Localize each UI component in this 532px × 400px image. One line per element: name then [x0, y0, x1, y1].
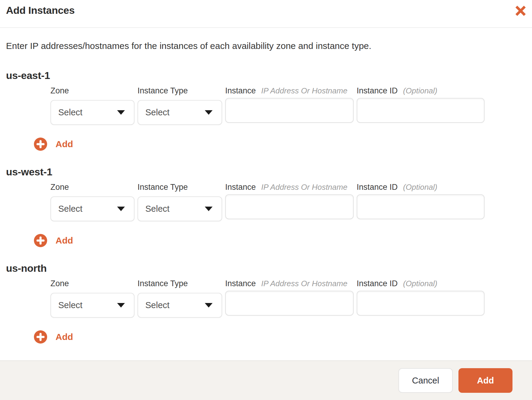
- instance-type-select-value: Select: [145, 108, 170, 117]
- plus-circle-icon: [34, 138, 47, 151]
- zone-select[interactable]: Select: [50, 196, 135, 221]
- add-instance-row-button[interactable]: Add: [34, 330, 73, 344]
- caret-down-icon: [205, 303, 213, 308]
- zone-field: Zone Select: [50, 86, 135, 125]
- zone-field: Zone Select: [50, 279, 135, 318]
- dialog-description: Enter IP addresses/hostnames for the ins…: [6, 41, 526, 51]
- caret-down-icon: [117, 207, 125, 211]
- instance-id-input[interactable]: [357, 98, 485, 123]
- zone-label: Zone: [50, 183, 69, 192]
- instance-id-label: Instance ID: [357, 183, 398, 192]
- instance-type-select-value: Select: [145, 300, 170, 310]
- add-button[interactable]: Add: [458, 368, 512, 393]
- instance-id-hint: (Optional): [403, 183, 437, 192]
- instance-field: Instance IP Address Or Hostname: [225, 86, 354, 123]
- caret-down-icon: [117, 303, 125, 308]
- section-heading: us-north: [6, 262, 526, 274]
- add-instances-dialog: Add Instances Enter IP addresses/hostnam…: [0, 0, 532, 400]
- zone-select-value: Select: [58, 204, 83, 214]
- instance-fields-row: Zone Select Instance Type Select Inst: [50, 86, 526, 125]
- instance-type-label: Instance Type: [138, 86, 188, 95]
- instance-id-hint: (Optional): [403, 279, 437, 288]
- dialog-footer: Cancel Add: [0, 360, 532, 400]
- instance-id-hint: (Optional): [403, 86, 437, 95]
- instance-hint: IP Address Or Hostname: [261, 183, 347, 192]
- caret-down-icon: [205, 207, 213, 211]
- add-instance-row-button[interactable]: Add: [34, 234, 73, 247]
- instance-id-label: Instance ID: [357, 279, 398, 288]
- zone-select-value: Select: [58, 300, 83, 310]
- zone-field: Zone Select: [50, 183, 135, 221]
- instance-type-select[interactable]: Select: [138, 196, 222, 221]
- add-row-label: Add: [56, 235, 73, 246]
- zone-section-us-east-1: us-east-1 Zone Select Instance Type Sele…: [6, 69, 526, 151]
- instance-type-select[interactable]: Select: [138, 293, 222, 318]
- zone-label: Zone: [50, 279, 69, 288]
- dialog-body: Enter IP addresses/hostnames for the ins…: [0, 28, 532, 360]
- zone-section-us-north: us-north Zone Select Instance Type Selec…: [6, 262, 526, 344]
- instance-type-label: Instance Type: [138, 279, 188, 288]
- instance-hint: IP Address Or Hostname: [261, 279, 347, 288]
- section-heading: us-west-1: [6, 166, 526, 178]
- instance-type-select[interactable]: Select: [138, 100, 222, 125]
- dialog-title: Add Instances: [6, 4, 526, 16]
- instance-type-field: Instance Type Select: [138, 86, 222, 125]
- instance-id-input[interactable]: [357, 194, 485, 219]
- zone-select[interactable]: Select: [50, 100, 135, 125]
- instance-label: Instance: [225, 86, 256, 95]
- instance-type-select-value: Select: [145, 204, 170, 214]
- section-heading: us-east-1: [6, 69, 526, 81]
- instance-field: Instance IP Address Or Hostname: [225, 279, 354, 316]
- caret-down-icon: [205, 110, 213, 115]
- instance-input[interactable]: [225, 194, 354, 219]
- instance-fields-row: Zone Select Instance Type Select Inst: [50, 183, 526, 221]
- instance-id-field: Instance ID (Optional): [357, 183, 485, 219]
- instance-type-field: Instance Type Select: [138, 183, 222, 221]
- add-instance-row-button[interactable]: Add: [34, 138, 73, 151]
- instance-type-field: Instance Type Select: [138, 279, 222, 318]
- caret-down-icon: [117, 110, 125, 115]
- zone-select-value: Select: [58, 108, 83, 117]
- instance-id-field: Instance ID (Optional): [357, 279, 485, 316]
- cancel-button[interactable]: Cancel: [398, 368, 453, 393]
- instance-input[interactable]: [225, 291, 354, 316]
- instance-hint: IP Address Or Hostname: [261, 86, 347, 95]
- instance-id-field: Instance ID (Optional): [357, 86, 485, 123]
- zone-section-us-west-1: us-west-1 Zone Select Instance Type Sele…: [6, 166, 526, 247]
- plus-circle-icon: [34, 234, 47, 247]
- instance-field: Instance IP Address Or Hostname: [225, 183, 354, 219]
- instance-id-input[interactable]: [357, 291, 485, 316]
- plus-circle-icon: [34, 330, 47, 344]
- add-row-label: Add: [56, 332, 73, 342]
- instance-id-label: Instance ID: [357, 86, 398, 95]
- instance-input[interactable]: [225, 98, 354, 123]
- dialog-header: Add Instances: [0, 0, 532, 28]
- close-button[interactable]: [512, 2, 529, 19]
- zone-select[interactable]: Select: [50, 293, 135, 318]
- close-icon: [515, 5, 526, 16]
- add-row-label: Add: [56, 139, 73, 149]
- zone-label: Zone: [50, 86, 69, 95]
- instance-label: Instance: [225, 279, 256, 288]
- instance-type-label: Instance Type: [138, 183, 188, 192]
- instance-label: Instance: [225, 183, 256, 192]
- instance-fields-row: Zone Select Instance Type Select Inst: [50, 279, 526, 318]
